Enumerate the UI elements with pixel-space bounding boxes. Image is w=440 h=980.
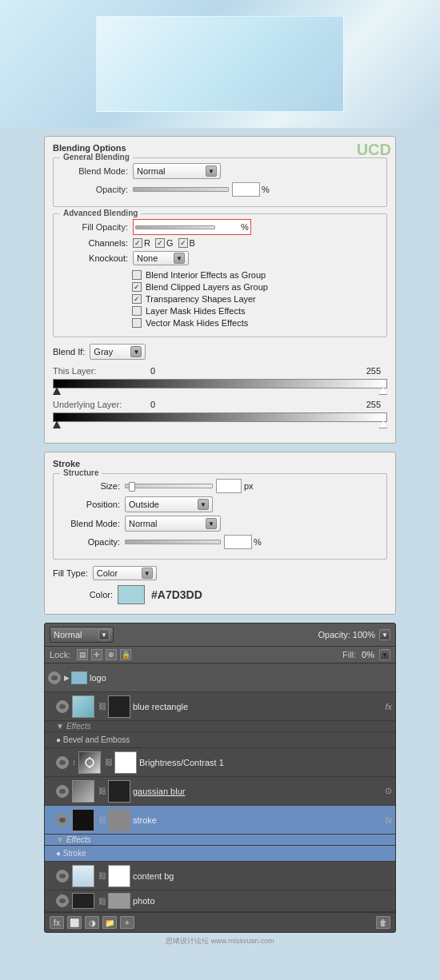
eye-icon-logo-group[interactable] (48, 671, 61, 684)
layers-blend-mode-dropdown[interactable]: Normal ▼ (50, 627, 114, 643)
add-group-button[interactable]: 📁 (102, 916, 117, 929)
lock-checkerboard-icon[interactable]: ▤ (77, 649, 88, 660)
delete-layer-button[interactable]: 🗑 (376, 916, 390, 929)
stroke-opacity-slider[interactable] (125, 540, 221, 544)
opacity-slider[interactable] (133, 187, 229, 192)
layer-group-logo[interactable]: ▶ logo (45, 663, 395, 692)
stroke-thumbnail (72, 809, 94, 831)
stroke-structure-section: Structure Size: 1 px Position: Outside ▼ (53, 473, 387, 560)
channel-r-checkbox[interactable] (133, 238, 142, 248)
channel-b-label: B (190, 238, 195, 248)
fill-opacity-input[interactable]: 0 (218, 221, 240, 233)
size-slider[interactable] (125, 484, 213, 488)
fill-type-dropdown[interactable]: Color ▼ (93, 566, 157, 580)
knockout-dropdown[interactable]: None ▼ (133, 251, 189, 265)
fill-type-arrow-icon[interactable]: ▼ (142, 568, 153, 579)
blend-mode-arrow-icon[interactable]: ▼ (206, 165, 217, 177)
layer-photo[interactable]: ⛓ photo (45, 890, 395, 912)
fill-opacity-slider[interactable] (135, 225, 215, 229)
blend-if-dropdown[interactable]: Gray ▼ (90, 344, 146, 360)
eye-inner (59, 760, 66, 765)
cb-vector-mask-checkbox[interactable] (132, 318, 142, 328)
layer-brightness-name: Brightness/Contrast 1 (139, 758, 392, 767)
channel-b-checkbox[interactable] (178, 238, 188, 248)
lock-all-icon[interactable]: 🔒 (120, 649, 131, 660)
content-bg-mask-thumbnail (108, 865, 130, 887)
photo-mask-thumbnail (108, 893, 130, 909)
layer-stroke[interactable]: ⛓ stroke fx (45, 806, 395, 835)
size-input[interactable]: 1 (216, 479, 242, 493)
position-row: Position: Outside ▼ (60, 496, 380, 512)
blend-if-value: Gray (94, 347, 129, 357)
layers-bottom-toolbar: fx ⬜ ◑ 📁 + 🗑 (45, 912, 395, 932)
stroke-blend-mode-arrow-icon[interactable]: ▼ (206, 518, 217, 529)
layers-blend-mode-arrow-icon[interactable]: ▼ (98, 629, 110, 640)
layer-link-icon: ⛓ (98, 702, 106, 711)
blue-rect-effects-row: ▼ Effects (45, 721, 395, 732)
brightness-thumbnail (78, 751, 101, 774)
cb-vector-mask-label: Vector Mask Hides Effects (146, 318, 248, 328)
layers-blend-mode-value: Normal (54, 630, 97, 639)
eye-icon-gaussian[interactable] (56, 785, 69, 798)
cb-transparency-shapes-checkbox[interactable] (132, 294, 142, 304)
layer-blue-rectangle[interactable]: ⛓ blue rectangle fx (45, 692, 395, 721)
opacity-percent: % (262, 185, 270, 194)
position-dropdown[interactable]: Outside ▼ (125, 496, 213, 512)
lock-move-icon[interactable]: ✛ (91, 649, 102, 660)
panel-area: UCD Blending Options General Blending Bl… (0, 128, 440, 958)
stroke-opacity-percent: % (254, 537, 262, 547)
advanced-blending-section: Advanced Blending Fill Opacity: 0 % Chan… (53, 213, 387, 337)
stroke-blend-mode-dropdown[interactable]: Normal ▼ (125, 516, 221, 532)
opacity-input[interactable]: 100 (232, 182, 260, 197)
stroke-effects-arrow-icon: ▼ (56, 835, 64, 844)
this-layer-slider[interactable] (53, 379, 387, 395)
group-arrow-icon[interactable]: ▶ (64, 674, 70, 682)
fill-label: Fill: (342, 650, 356, 659)
layer-gaussian-blur[interactable]: ⛓ gaussian blur ⊙ (45, 777, 395, 806)
blend-mode-dropdown[interactable]: Normal ▼ (133, 163, 221, 179)
cb-blend-interior-checkbox[interactable] (132, 270, 142, 280)
stroke-color-swatch[interactable] (118, 585, 145, 604)
add-style-button[interactable]: fx (50, 916, 64, 929)
add-mask-button[interactable]: ⬜ (67, 916, 82, 929)
blend-if-arrow-icon[interactable]: ▼ (130, 346, 142, 357)
layer-brightness-contrast[interactable]: ↕ ⛓ Brightness/Contrast 1 (45, 748, 395, 777)
gaussian-thumbnail (72, 780, 94, 803)
stroke-color-row: Color: #A7D3DD (53, 585, 387, 604)
lock-paint-icon[interactable]: ⊕ (106, 649, 117, 660)
eye-icon-blue-rect[interactable] (56, 700, 69, 713)
fill-arrow-icon[interactable]: ▼ (379, 649, 390, 660)
channel-g-checkbox[interactable] (155, 238, 165, 248)
eye-icon-content-bg[interactable] (56, 870, 69, 882)
eye-icon-photo[interactable] (56, 894, 69, 907)
underlying-layer-slider[interactable] (53, 412, 387, 428)
knockout-arrow-icon[interactable]: ▼ (174, 253, 185, 264)
cb-transparency-shapes: Transparency Shapes Layer (132, 294, 380, 304)
stroke-color-label: Color: (53, 590, 113, 600)
layers-opacity-arrow-icon[interactable]: ▼ (379, 629, 390, 640)
size-slider-handle[interactable] (129, 482, 135, 492)
position-arrow-icon[interactable]: ▼ (198, 499, 209, 510)
layers-panel: Normal ▼ Opacity: 100% ▼ Lock: ▤ ✛ ⊕ 🔒 F… (44, 623, 396, 933)
this-layer-label: This Layer: (53, 366, 141, 376)
effects-arrow-icon: ▼ (56, 722, 64, 731)
top-image (0, 0, 440, 128)
eye-icon-brightness[interactable] (56, 756, 69, 769)
add-layer-button[interactable]: + (120, 916, 134, 929)
footer-brand: 思绪设计论坛 www.missvuan.com (44, 933, 396, 950)
gaussian-options-icon[interactable]: ⊙ (385, 786, 392, 796)
stroke-panel-title: Stroke (53, 459, 387, 468)
layer-content-bg[interactable]: ⛓ content bg (45, 862, 395, 890)
stroke-panel: Stroke Structure Size: 1 px Position: Ou… (44, 452, 396, 615)
cb-blend-clipped-checkbox[interactable] (132, 282, 142, 292)
blend-mode-value: Normal (137, 166, 204, 176)
cb-blend-interior-label: Blend Interior Effects as Group (146, 270, 266, 280)
cb-layer-mask-checkbox[interactable] (132, 306, 142, 316)
layer-blue-rect-name: blue rectangle (133, 702, 382, 711)
add-adjustment-button[interactable]: ◑ (85, 916, 99, 929)
eye-icon-stroke[interactable] (56, 814, 69, 827)
stroke-opacity-input[interactable]: 100 (224, 535, 252, 549)
blend-if-label: Blend If: (53, 347, 85, 357)
channel-r-label: R (144, 238, 150, 248)
layer-stroke-name: stroke (133, 815, 382, 825)
